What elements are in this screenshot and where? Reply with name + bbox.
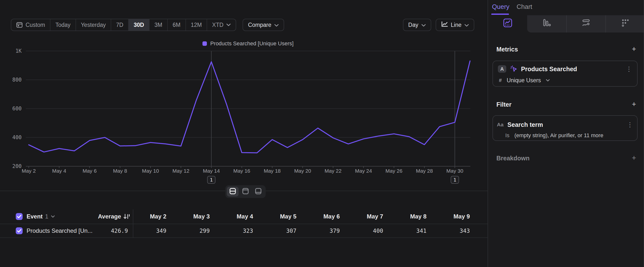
insights-report-window: CustomTodayYesterday7D30D3M6M12MXTD Comp… — [0, 0, 644, 267]
funnels-icon — [543, 19, 551, 29]
x-tick-label: May 8 — [113, 168, 127, 174]
filter-section-header: Filter + — [496, 101, 636, 109]
x-tick-label: May 22 — [325, 168, 342, 174]
event-pointer-icon — [510, 65, 518, 73]
string-type-icon: Aa — [497, 122, 504, 128]
flows-icon — [582, 19, 590, 29]
chevron-down-icon[interactable] — [51, 215, 55, 218]
column-header[interactable]: May 4 — [220, 213, 263, 220]
insights-tab[interactable] — [488, 15, 527, 33]
active-tab-underline — [491, 14, 509, 15]
x-tick-label: May 6 — [83, 168, 97, 174]
sort-descending-icon — [124, 213, 130, 219]
table-only-icon — [255, 187, 262, 196]
funnels-tab[interactable] — [527, 15, 566, 33]
x-tick-label: May 26 — [386, 168, 402, 174]
chart-area: 1K800600400200May 2May 4May 6May 8May 10… — [0, 0, 488, 197]
x-tick-label: May 16 — [233, 168, 250, 174]
retention-tab[interactable] — [606, 15, 644, 33]
series-name: Products Searched [Un... — [26, 227, 92, 234]
split-view-icon — [230, 187, 236, 196]
date-value-cells: 349299323307379400341343 — [133, 224, 480, 237]
kebab-menu-icon[interactable]: ⋮ — [626, 66, 632, 72]
column-header[interactable]: May 9 — [436, 213, 480, 220]
x-tick-label: May 24 — [355, 168, 372, 174]
y-tick-label: 600 — [12, 106, 22, 112]
x-tick-label: May 28 — [416, 168, 433, 174]
x-tick-label: May 10 — [142, 168, 159, 174]
table-row[interactable]: Products Searched [Un... 426.9 349299323… — [0, 224, 488, 238]
y-tick-label: 1K — [16, 48, 22, 54]
line-chart[interactable]: 1K800600400200May 2May 4May 6May 8May 10… — [0, 0, 488, 197]
cell-value: 343 — [436, 228, 480, 234]
flows-tab[interactable] — [566, 15, 606, 33]
aggregation-selector[interactable]: Unique Users — [507, 77, 541, 84]
layout-toggle — [225, 185, 266, 198]
x-tick-label: May 20 — [294, 168, 311, 174]
cell-value: 341 — [393, 228, 436, 234]
y-tick-label: 400 — [12, 134, 22, 140]
event-header-cell: Event 1 Average — [0, 209, 133, 224]
retention-icon — [621, 19, 629, 29]
tab-query[interactable]: Query — [492, 3, 510, 11]
annotation-badge[interactable]: 1 — [451, 176, 459, 184]
cell-value: 379 — [306, 228, 350, 234]
x-tick-label: May 4 — [52, 168, 66, 174]
y-tick-label: 800 — [12, 77, 22, 83]
annotation-badge[interactable]: 1 — [207, 176, 216, 184]
breakdown-section-header: Breakdown + — [496, 155, 636, 163]
filter-operator[interactable]: Is — [505, 132, 510, 139]
average-label: Average — [98, 213, 121, 220]
cell-value: 307 — [263, 228, 306, 234]
add-metric-button[interactable]: + — [632, 45, 636, 53]
filter-card[interactable]: Aa Search term ⋮ Is (empty string), Air … — [492, 115, 638, 141]
add-filter-button[interactable]: + — [632, 100, 636, 108]
metric-card[interactable]: A Products Searched ⋮ # Unique Users — [492, 61, 638, 87]
x-tick-label: May 12 — [172, 168, 190, 174]
report-main-area: CustomTodayYesterday7D30D3M6M12MXTD Comp… — [0, 0, 488, 267]
column-header[interactable]: May 7 — [350, 213, 393, 220]
table-only-button[interactable] — [252, 187, 264, 196]
metrics-section-header: Metrics + — [496, 46, 636, 54]
y-tick-label: 200 — [12, 163, 22, 169]
data-series-line[interactable] — [29, 61, 470, 153]
chart-type-tabs — [488, 15, 644, 33]
cell-value: 323 — [220, 228, 263, 234]
insights-icon — [503, 19, 512, 29]
split-view-button[interactable] — [227, 187, 238, 196]
kebab-menu-icon[interactable]: ⋮ — [627, 121, 633, 128]
column-header[interactable]: May 6 — [306, 213, 350, 220]
filter-property-name: Search term — [508, 121, 543, 128]
table-header-row: Event 1 Average May 2May 3May 4May 5May … — [0, 209, 488, 224]
x-tick-label: May 18 — [264, 168, 281, 174]
series-checkbox[interactable] — [16, 227, 23, 234]
average-column-header[interactable]: Average — [98, 213, 133, 220]
event-label: Event — [26, 213, 42, 220]
metric-event-name: Products Searched — [521, 66, 577, 73]
metric-letter-badge: A — [498, 65, 506, 73]
x-tick-label: May 2 — [22, 168, 36, 174]
filter-values[interactable]: (empty string), Air purifier, or 11 more — [514, 132, 604, 139]
column-header[interactable]: May 2 — [133, 213, 176, 220]
add-breakdown-button[interactable]: + — [632, 154, 636, 162]
table-column-divider — [133, 209, 133, 238]
column-header[interactable]: May 5 — [263, 213, 306, 220]
series-name-cell: Products Searched [Un... 426.9 — [0, 224, 133, 237]
chart-only-button[interactable] — [240, 187, 252, 196]
x-tick-label: May 30 — [446, 168, 464, 174]
column-header[interactable]: May 3 — [176, 213, 220, 220]
filter-title: Filter — [496, 101, 512, 108]
date-column-headers: May 2May 3May 4May 5May 6May 7May 8May 9 — [133, 209, 480, 224]
event-checkbox[interactable] — [16, 213, 23, 220]
cell-value: 299 — [176, 228, 220, 234]
column-header[interactable]: May 8 — [393, 213, 436, 220]
chart-only-icon — [242, 187, 249, 196]
tab-chart[interactable]: Chart — [516, 3, 532, 11]
metrics-title: Metrics — [496, 46, 518, 53]
chevron-down-icon — [546, 79, 550, 82]
breakdown-title: Breakdown — [496, 155, 530, 162]
event-count: 1 — [45, 213, 48, 220]
cell-value: 400 — [350, 228, 393, 234]
average-value: 426.9 — [111, 228, 133, 234]
number-symbol: # — [499, 77, 502, 83]
